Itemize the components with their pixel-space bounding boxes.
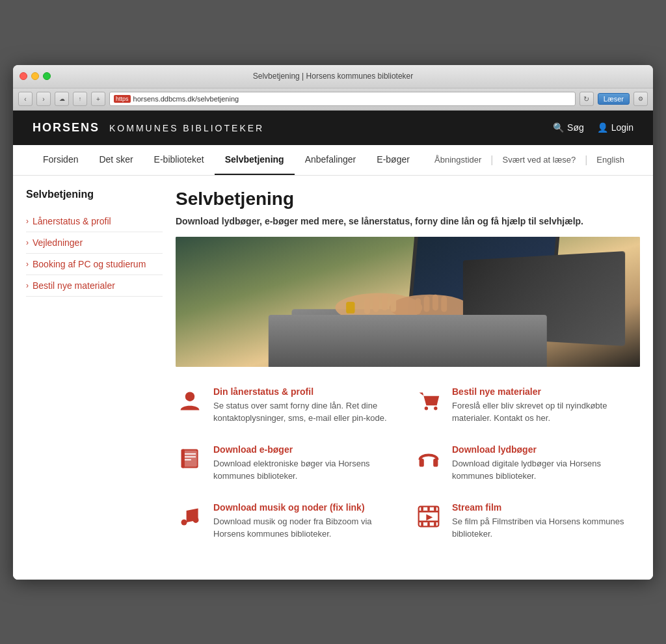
nav-eboger[interactable]: E-bøger xyxy=(366,145,420,175)
svg-rect-19 xyxy=(369,327,382,334)
svg-rect-10 xyxy=(431,316,444,323)
service-bestil-title[interactable]: Bestil nye materialer xyxy=(452,386,640,397)
svg-rect-24 xyxy=(449,327,462,334)
service-bestil[interactable]: Bestil nye materialer Foreslå eller bliv… xyxy=(414,386,640,425)
service-eboger-text: Download e-bøger Download elektroniske b… xyxy=(213,444,401,483)
header-actions: 🔍 Søg 👤 Login xyxy=(553,122,633,133)
sidebar-item-vejledninger[interactable]: › Vejledninger xyxy=(26,232,163,254)
svg-rect-2 xyxy=(302,316,315,323)
login-label: Login xyxy=(611,122,633,133)
svg-rect-66 xyxy=(421,506,423,510)
secondary-nav: Åbningstider | Svært ved at læse? | Engl… xyxy=(425,145,633,175)
sidebar-label-booking: Booking af PC og studierum xyxy=(33,259,146,269)
main-nav: Forsiden Det sker E-biblioteket Selvbetj… xyxy=(13,145,653,176)
svg-rect-18 xyxy=(353,327,366,334)
service-laner[interactable]: Din lånerstatus & profil Se status over … xyxy=(176,386,401,425)
svg-rect-11 xyxy=(446,316,459,323)
sidebar-item-booking[interactable]: › Booking af PC og studierum xyxy=(26,254,163,275)
svg-rect-47 xyxy=(424,296,430,312)
svg-rect-58 xyxy=(181,449,185,468)
page-subtitle: Download lydbøger, e-bøger med mere, se … xyxy=(176,216,640,226)
svg-marker-72 xyxy=(426,514,433,520)
headphones-icon xyxy=(414,444,443,473)
service-eboger[interactable]: Download e-bøger Download elektroniske b… xyxy=(176,444,401,483)
service-lydboger[interactable]: Download lydbøger Download digitale lydb… xyxy=(414,444,640,483)
reload-button[interactable]: ↻ xyxy=(579,92,594,106)
svg-rect-44 xyxy=(382,294,388,310)
service-musik-desc: Download musik og noder fra Bibzoom via … xyxy=(213,515,401,541)
back-button[interactable]: ‹ xyxy=(18,92,33,106)
svg-rect-23 xyxy=(433,327,446,334)
svg-rect-31 xyxy=(390,338,403,345)
svg-rect-71 xyxy=(434,522,436,526)
page-title: Selvbetjening xyxy=(176,189,640,209)
svg-rect-59 xyxy=(420,459,424,467)
nav-english[interactable]: English xyxy=(587,146,633,174)
film-svg xyxy=(417,505,440,528)
search-button[interactable]: 🔍 Søg xyxy=(553,122,584,133)
logo-rest: KOMMUNES BIBLIOTEKER xyxy=(109,123,264,133)
search-icon: 🔍 xyxy=(553,122,564,133)
close-button-dot[interactable] xyxy=(20,72,27,80)
service-lydboger-title[interactable]: Download lydbøger xyxy=(452,444,640,455)
sidebar-label-bestil: Bestil nye materialer xyxy=(33,280,115,291)
svg-rect-17 xyxy=(338,327,351,334)
svg-rect-60 xyxy=(433,459,438,467)
address-bar[interactable]: https horsens.ddbcms.dk/selvbetjening xyxy=(109,92,576,106)
nav-selvbetjening[interactable]: Selvbetjening xyxy=(215,145,295,175)
nav-ebiblioteket[interactable]: E-biblioteket xyxy=(144,145,215,175)
new-tab-button[interactable]: + xyxy=(91,92,105,106)
svg-rect-42 xyxy=(364,298,370,314)
svg-rect-13 xyxy=(478,316,491,323)
service-eboger-desc: Download elektroniske bøger via Horsens … xyxy=(213,457,401,483)
maximize-button-dot[interactable] xyxy=(43,72,51,80)
svg-rect-14 xyxy=(494,316,507,323)
nav-abningstider[interactable]: Åbningstider xyxy=(425,146,490,174)
laese-button[interactable]: Læser xyxy=(598,93,630,105)
website-content: HORSENS KOMMUNES BIBLIOTEKER 🔍 Søg 👤 Log… xyxy=(13,111,653,580)
sidebar-item-bestil[interactable]: › Bestil nye materialer xyxy=(26,275,163,297)
sidebar-item-laner[interactable]: › Lånerstatus & profil xyxy=(26,211,163,232)
svg-rect-21 xyxy=(401,327,414,334)
service-film-title[interactable]: Stream film xyxy=(452,502,640,513)
svg-rect-4 xyxy=(334,316,347,323)
svg-rect-22 xyxy=(418,327,431,334)
svg-rect-41 xyxy=(346,302,354,314)
cart-svg xyxy=(417,389,440,412)
nav-forsiden[interactable]: Forsiden xyxy=(33,145,88,175)
browser-titlebar: Selvbetjening | Horsens kommunes bibliot… xyxy=(13,65,653,88)
browser-window-controls xyxy=(20,72,51,80)
service-musik[interactable]: Download musik og noder (fix link) Downl… xyxy=(176,502,401,541)
svg-rect-49 xyxy=(441,296,447,312)
svg-point-52 xyxy=(434,407,437,410)
nav-svaert[interactable]: Svært ved at læse? xyxy=(493,146,585,174)
service-laner-title[interactable]: Din lånerstatus & profil xyxy=(213,386,401,397)
forward-button[interactable]: › xyxy=(36,92,51,106)
cloud-button[interactable]: ☁ xyxy=(55,92,69,106)
share-button[interactable]: ↑ xyxy=(73,92,87,106)
svg-rect-34 xyxy=(438,338,451,345)
extensions-button[interactable]: ⚙ xyxy=(633,92,648,106)
logo-horsens: HORSENS xyxy=(33,121,100,134)
sidebar-label-vejledninger: Vejledninger xyxy=(33,237,83,248)
login-button[interactable]: 👤 Login xyxy=(597,122,633,133)
chevron-icon: › xyxy=(26,217,29,226)
svg-rect-30 xyxy=(374,338,387,345)
nav-anbefalinger[interactable]: Anbefalinger xyxy=(295,145,367,175)
svg-rect-69 xyxy=(421,522,423,526)
book-icon xyxy=(176,444,204,473)
hero-svg xyxy=(176,237,640,367)
svg-rect-45 xyxy=(390,296,396,312)
svg-rect-33 xyxy=(421,338,434,345)
service-eboger-title[interactable]: Download e-bøger xyxy=(213,444,401,455)
svg-rect-46 xyxy=(415,298,421,314)
svg-point-51 xyxy=(425,407,428,410)
sidebar: Selvbetjening › Lånerstatus & profil › V… xyxy=(26,189,163,567)
service-musik-title[interactable]: Download musik og noder (fix link) xyxy=(213,502,401,513)
music-svg xyxy=(178,505,202,528)
url-text: horsens.ddbcms.dk/selvbetjening xyxy=(133,95,239,103)
minimize-button-dot[interactable] xyxy=(31,72,39,80)
service-film[interactable]: Stream film Se film på Filmstriben via H… xyxy=(414,502,640,541)
services-grid: Din lånerstatus & profil Se status over … xyxy=(176,386,640,541)
nav-det-sker[interactable]: Det sker xyxy=(88,145,143,175)
